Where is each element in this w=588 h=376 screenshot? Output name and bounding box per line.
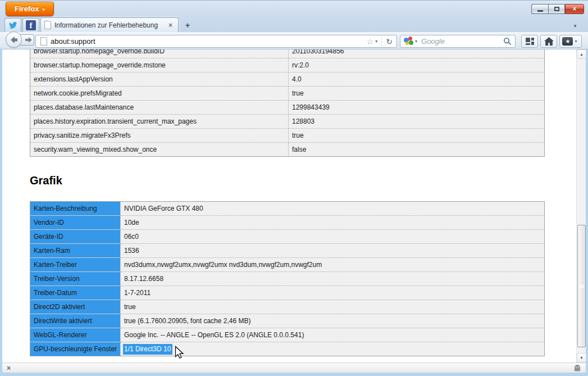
graphics-table-row: WebGL-Renderer Google Inc. -- ANGLE -- O… bbox=[30, 328, 545, 342]
new-tab-button[interactable]: + bbox=[181, 20, 194, 31]
navigation-toolbar: about:support ☆ ▾ ↻ ▾ Google ★ ▾ bbox=[0, 32, 588, 49]
google-logo-icon bbox=[404, 37, 413, 46]
graphics-value-text: NVIDIA GeForce GTX 480 bbox=[124, 205, 203, 212]
pref-value: 1299843439 bbox=[289, 101, 545, 115]
graphics-table-row: Karten-Ram 1536 bbox=[30, 244, 545, 258]
tab-title: Informationen zur Fehlerbehebung bbox=[54, 21, 166, 29]
pref-name: browser.startup.homepage_override.mstone bbox=[30, 58, 289, 73]
graphics-row-label: Karten-Ram bbox=[30, 244, 121, 258]
close-icon: × bbox=[572, 6, 576, 12]
page-content: browser.startup.homepage_override.buildI… bbox=[2, 49, 576, 363]
window-border-right bbox=[586, 49, 588, 373]
pref-name: extensions.lastAppVersion bbox=[30, 73, 289, 87]
pref-value: true bbox=[289, 87, 545, 101]
pref-name: security.warn_viewing_mixed.show_once bbox=[30, 143, 289, 157]
list-all-tabs-button[interactable]: ▾ bbox=[569, 21, 581, 30]
bookmarks-star-icon: ★ bbox=[562, 37, 573, 46]
graphics-value-text: true (6.1.7600.20905, font cache 2,46 MB… bbox=[124, 317, 250, 325]
pref-value: 4.0 bbox=[289, 73, 545, 87]
graphics-value-text: 1536 bbox=[124, 247, 139, 255]
bookmarks-toolbar-button[interactable] bbox=[521, 35, 538, 48]
minimize-icon bbox=[537, 10, 543, 12]
graphics-table-row: DirectWrite aktiviert true (6.1.7600.209… bbox=[30, 314, 545, 328]
graphics-row-value: nvd3dumx,nvwgf2umx,nvwgf2umx nvd3dum,nvw… bbox=[121, 258, 545, 272]
graphics-row-label: GPU-beschleunigte Fenster bbox=[30, 342, 121, 356]
graphics-row-label: Direct2D aktiviert bbox=[30, 300, 121, 314]
graphics-value-text: 8.17.12.6658 bbox=[124, 275, 163, 283]
graphics-row-value: NVIDIA GeForce GTX 480 bbox=[121, 202, 545, 216]
scrollbar-thumb[interactable] bbox=[577, 225, 586, 347]
tab-bar: f Informationen zur Fehlerbehebung × + ▾ bbox=[0, 17, 588, 32]
graphics-value-text: 10de bbox=[124, 219, 139, 226]
chevron-down-icon: ▾ bbox=[42, 7, 45, 12]
prefs-table-row: browser.startup.homepage_override.buildI… bbox=[30, 49, 545, 58]
page-icon bbox=[44, 21, 51, 29]
prefs-table-row: security.warn_viewing_mixed.show_once fa… bbox=[30, 143, 545, 157]
url-bar[interactable]: about:support ☆ ▾ ↻ bbox=[35, 35, 397, 48]
pref-value: rv:2.0 bbox=[289, 58, 545, 73]
prefs-table-row: extensions.lastAppVersion 4.0 bbox=[30, 73, 545, 87]
mouse-cursor bbox=[175, 346, 184, 360]
graphics-row-value: 10de bbox=[121, 216, 545, 230]
graphics-table: Karten-Beschreibung NVIDIA GeForce GTX 4… bbox=[30, 201, 545, 356]
scroll-down-button[interactable]: ▼ bbox=[577, 353, 586, 363]
graphics-row-label: Karten-Treiber bbox=[30, 258, 121, 272]
firefox-menu-button[interactable]: Firefox▾ bbox=[6, 2, 54, 16]
close-window-button[interactable]: × bbox=[565, 4, 584, 14]
graphics-row-label: WebGL-Renderer bbox=[30, 328, 121, 342]
prefs-table-row: places.history.expiration.transient_curr… bbox=[30, 115, 545, 129]
graphics-table-row: Geräte-ID 06c0 bbox=[30, 230, 545, 244]
pref-value: false bbox=[289, 143, 545, 157]
active-tab[interactable]: Informationen zur Fehlerbehebung × bbox=[40, 17, 179, 32]
addon-bar-close-button[interactable]: × bbox=[7, 364, 11, 373]
graphics-row-value: 06c0 bbox=[121, 230, 545, 244]
pref-name: privacy.sanitize.migrateFx3Prefs bbox=[30, 129, 289, 143]
forward-arrow-icon bbox=[25, 37, 33, 43]
pinned-tab-facebook[interactable]: f bbox=[22, 18, 39, 32]
pinned-tab-twitter[interactable] bbox=[4, 18, 21, 32]
graphics-table-row: Karten-Treiber nvd3dumx,nvwgf2umx,nvwgf2… bbox=[30, 258, 545, 272]
graphics-value-text: 06c0 bbox=[124, 233, 139, 241]
bookmark-dropdown-icon[interactable]: ▾ bbox=[373, 39, 379, 44]
vertical-scrollbar[interactable]: ▲ ▼ bbox=[576, 49, 586, 363]
pref-value: 20110303194856 bbox=[289, 49, 545, 58]
graphics-value-text: 1/1 Direct3D 10 bbox=[123, 344, 172, 355]
graphics-row-value: 8.17.12.6658 bbox=[121, 272, 545, 286]
addon-bar: × bbox=[2, 363, 586, 373]
scroll-up-button[interactable]: ▲ bbox=[577, 49, 586, 59]
pref-value: 128803 bbox=[289, 115, 545, 129]
graphics-table-row: Treiber-Version 8.17.12.6658 bbox=[30, 272, 545, 286]
pref-name: network.cookie.prefsMigrated bbox=[30, 87, 289, 101]
bookmarks-dropdown-icon: ▾ bbox=[573, 39, 578, 44]
minimize-button[interactable] bbox=[531, 4, 548, 14]
prefs-table-row: privacy.sanitize.migrateFx3Prefs true bbox=[30, 129, 545, 143]
bookmarks-menu-button[interactable]: ★ ▾ bbox=[559, 35, 582, 48]
graphics-table-row: GPU-beschleunigte Fenster 1/1 Direct3D 1… bbox=[30, 342, 545, 356]
url-text[interactable]: about:support bbox=[51, 37, 367, 46]
graphics-table-row: Vendor-ID 10de bbox=[30, 216, 545, 230]
graphics-table-row: Direct2D aktiviert true bbox=[30, 300, 545, 314]
addon-status-icon[interactable] bbox=[573, 364, 581, 372]
maximize-button[interactable] bbox=[548, 4, 565, 14]
search-input[interactable]: Google bbox=[421, 37, 503, 46]
reload-icon[interactable]: ↻ bbox=[384, 38, 394, 46]
graphics-value-text: true bbox=[124, 303, 136, 311]
site-identity-icon bbox=[40, 37, 47, 46]
back-button[interactable] bbox=[6, 31, 22, 48]
graphics-row-label: DirectWrite aktiviert bbox=[30, 314, 121, 328]
firefox-menu-label: Firefox bbox=[15, 4, 39, 13]
home-button[interactable] bbox=[540, 35, 557, 48]
pref-value: true bbox=[289, 129, 545, 143]
graphics-value-text: Google Inc. -- ANGLE -- OpenGL ES 2.0 (A… bbox=[124, 331, 304, 339]
search-box[interactable]: ▾ Google bbox=[400, 35, 516, 48]
graphics-row-value: Google Inc. -- ANGLE -- OpenGL ES 2.0 (A… bbox=[121, 328, 545, 342]
twitter-icon bbox=[8, 20, 18, 30]
prefs-table-row: browser.startup.homepage_override.mstone… bbox=[30, 58, 545, 73]
urlbar-separator bbox=[381, 37, 382, 46]
prefs-table-row: network.cookie.prefsMigrated true bbox=[30, 87, 545, 101]
tab-close-button[interactable]: × bbox=[166, 21, 175, 29]
search-engine-dropdown-icon[interactable]: ▾ bbox=[413, 39, 419, 44]
home-icon bbox=[544, 37, 554, 46]
search-icon[interactable] bbox=[503, 37, 512, 46]
bookmark-star-icon[interactable]: ☆ bbox=[367, 38, 374, 46]
